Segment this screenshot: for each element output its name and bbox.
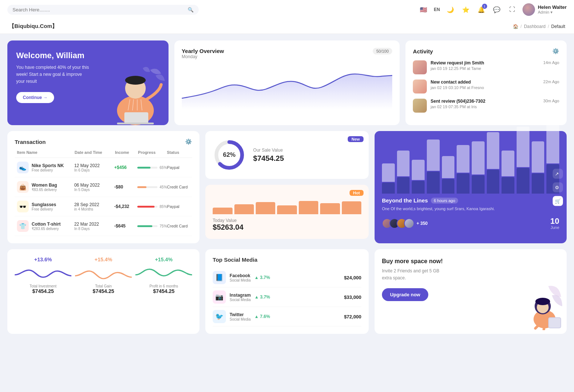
side-icon-gear[interactable]: ⚙ — [553, 182, 563, 192]
bar-light — [546, 119, 559, 163]
date-month: June — [550, 225, 559, 230]
stat-value: $7454.25 — [93, 288, 114, 294]
social-title: Top Social Media — [213, 257, 361, 263]
wave-chart — [15, 265, 71, 282]
side-icon-cart[interactable]: 🛒 — [553, 196, 563, 206]
home-icon[interactable]: 🏠 — [513, 24, 518, 29]
row-2: Transaction ⚙️ Item Name Date and Time I… — [7, 131, 567, 243]
progress-bar — [137, 167, 157, 169]
activity-item-time: 30m Ago — [543, 99, 559, 103]
item-icon: 🕶️ — [17, 201, 29, 212]
activity-settings-icon[interactable]: ⚙️ — [552, 48, 559, 54]
welcome-illustration — [106, 63, 165, 125]
avatar — [522, 3, 535, 16]
yearly-chart — [182, 65, 393, 109]
fullscreen-icon[interactable]: ⛶ — [507, 4, 517, 15]
stat-percent: +13.6% — [34, 257, 52, 262]
yearly-subtitle: Monday — [182, 54, 224, 59]
welcome-title: Welcome, William — [16, 51, 160, 60]
social-row: 📷 Instagram Social Media ▲ 3.7% $33,000 — [213, 287, 361, 307]
breadcrumb-dashboard[interactable]: Dashboard — [524, 24, 546, 29]
item-date-group: 22 Mar 2022 In 8 Days — [74, 222, 114, 231]
social-icon: 🐦 — [213, 310, 226, 323]
activity-thumb-img — [413, 60, 427, 74]
bar-dark — [382, 183, 395, 194]
bar-dark — [457, 173, 470, 194]
item-progress-wrap: 45% — [137, 185, 167, 189]
item-icon: 👕 — [17, 220, 29, 232]
bar-light — [397, 151, 410, 176]
item-name-group: Cotton T-shirt ₹283.65 delivery — [32, 222, 61, 231]
moon-icon[interactable]: 🌙 — [445, 4, 456, 15]
progress-label: 45% — [160, 185, 167, 189]
bell-icon[interactable]: 🔔 1 — [476, 4, 486, 15]
bar-dark — [532, 173, 545, 194]
today-value: $5263.04 — [213, 223, 361, 232]
beyond-time: 6 hours ago — [431, 198, 458, 204]
bar-group — [457, 145, 470, 194]
breadcrumb-default: Default — [551, 24, 565, 29]
social-name-group: Twitter Social Media — [230, 312, 251, 321]
social-icon: 📘 — [213, 271, 226, 284]
star-icon[interactable]: ⭐ — [461, 4, 471, 15]
stat-value: $7454.25 — [32, 288, 54, 294]
stats-mini-card: +13.6% Total Investment $7454.25 +15.4% … — [7, 249, 199, 334]
breadcrumb-bar: 【Biqubiqu.Com】 🏠 / Dashboard / Default — [0, 19, 574, 34]
item-date: 06 May 2022 — [74, 183, 114, 188]
welcome-card: Welcome, William You have completed 40% … — [7, 40, 169, 125]
item-icon: 👜 — [17, 181, 29, 193]
search-icon: 🔍 — [188, 7, 194, 13]
beyond-title: Beyond the Lines — [382, 197, 428, 204]
wave-chart — [135, 265, 192, 282]
transaction-settings-icon[interactable]: ⚙️ — [185, 138, 192, 145]
user-info[interactable]: Helen Walter Admin ▾ — [522, 3, 567, 16]
nav-icons: 🇺🇸 EN 🌙 ⭐ 🔔 1 💬 ⛶ Helen Walter Admin ▾ — [418, 3, 567, 16]
col-date: Date and Time — [75, 150, 115, 155]
upgrade-button[interactable]: Upgrade now — [382, 288, 428, 301]
beyond-footer: + 350 10 June — [382, 217, 559, 230]
transaction-col-headers: Item Name Date and Time Income Progress … — [15, 150, 192, 158]
today-bar — [299, 201, 318, 214]
progress-fill — [137, 167, 150, 169]
item-income: +$456 — [114, 165, 137, 170]
bar-group — [502, 151, 514, 194]
user-role: Admin ▾ — [538, 10, 567, 15]
stat-label: Profit in 6 months — [149, 284, 178, 288]
progress-bar — [137, 206, 157, 208]
sale-value: $7454.25 — [253, 154, 284, 163]
more-count: + 350 — [417, 221, 428, 226]
item-date: 28 Sep 2022 — [74, 202, 114, 207]
item-info: 👟 Nike Sports NK Free delivery — [17, 162, 74, 173]
social-name-group: Facebook Social Media — [230, 273, 251, 282]
social-percent: ▲ 3.7% — [254, 294, 270, 300]
transaction-card: Transaction ⚙️ Item Name Date and Time I… — [7, 131, 199, 243]
item-income: -$645 — [114, 223, 137, 229]
bar-group — [532, 141, 545, 194]
flag-icon[interactable]: 🇺🇸 — [418, 4, 429, 15]
breadcrumb: 🏠 / Dashboard / Default — [513, 24, 565, 29]
today-hot-badge: Hot — [350, 190, 364, 196]
activity-thumb — [413, 99, 427, 113]
social-sub: Social Media — [230, 298, 251, 302]
side-icon-1[interactable]: ↗ — [553, 169, 563, 179]
beyond-avatars: + 350 — [382, 218, 428, 229]
brand-logo: 【Biqubiqu.Com】 — [9, 23, 57, 30]
bar-light — [412, 160, 425, 180]
social-name: Twitter — [230, 312, 251, 317]
col-progress: Progress — [138, 150, 167, 155]
social-amount: $24,000 — [344, 275, 361, 280]
bar-dark — [412, 181, 425, 194]
svg-point-14 — [535, 298, 550, 305]
today-value-card: Hot Today Value $5263.04 — [205, 185, 369, 239]
bar-light — [442, 156, 455, 178]
bar-light — [502, 151, 514, 176]
item-status: Credit Card — [167, 185, 190, 189]
activity-header: Activity ⚙️ — [413, 48, 559, 54]
search-input[interactable] — [13, 7, 185, 13]
continue-button[interactable]: Continue → — [16, 92, 54, 103]
search-bar[interactable]: 🔍 — [7, 5, 199, 15]
today-bar-chart — [213, 192, 361, 214]
table-row: 👜 Women Bag ₹83.65 delivery 06 May 2022 … — [15, 177, 192, 197]
chat-icon[interactable]: 💬 — [492, 4, 502, 15]
item-icon: 👟 — [17, 162, 29, 173]
